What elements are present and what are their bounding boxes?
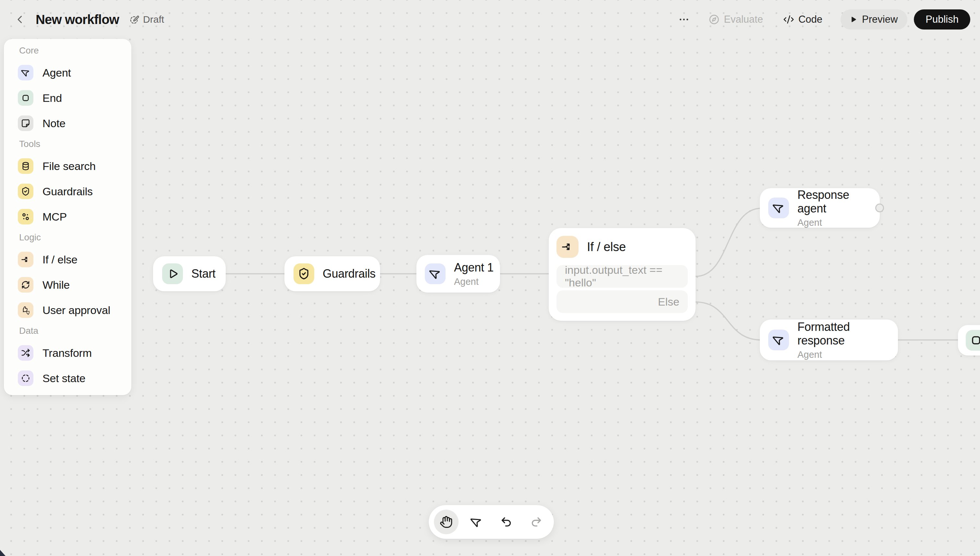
node-end-partial[interactable] [958, 325, 980, 356]
code-label: Code [798, 14, 822, 25]
node-subtitle: Agent [798, 217, 880, 228]
edge-if-response-agent [696, 208, 761, 276]
end-square-icon [18, 90, 33, 106]
publish-label: Publish [925, 14, 959, 25]
sidebar-item-note[interactable]: Note [18, 115, 131, 131]
more-options-button[interactable] [678, 14, 690, 25]
sidebar-item-label: MCP [42, 210, 67, 223]
sidebar-item-guardrails[interactable]: Guardrails [18, 184, 131, 199]
workflow-canvas[interactable]: New workflow Draft Evaluate Code Preview… [0, 0, 980, 556]
edit-draft-icon [129, 14, 140, 25]
sidebar-item-label: Guardrails [42, 185, 93, 198]
agent-cursor-icon [425, 263, 446, 284]
select-cursor-icon [468, 514, 484, 530]
note-icon [18, 115, 33, 131]
edge-else-formatted-response [696, 302, 761, 340]
play-icon [849, 15, 857, 24]
back-chevron-icon [14, 14, 26, 25]
ifelse-else-label: Else [658, 296, 680, 308]
node-title: Start [191, 267, 216, 281]
section-label-logic: Logic [19, 233, 131, 242]
sidebar-item-if-else[interactable]: If / else [18, 252, 131, 267]
sidebar-item-label: If / else [42, 253, 77, 266]
sidebar-item-set-state[interactable]: Set state [18, 370, 131, 386]
end-square-icon [966, 330, 980, 351]
ifelse-else-row[interactable]: Else [557, 290, 688, 313]
page-title: New workflow [36, 12, 119, 27]
agent-cursor-icon [768, 197, 789, 218]
shield-check-icon [18, 184, 33, 199]
section-label-data: Data [19, 326, 131, 335]
sidebar-item-label: Agent [42, 66, 71, 79]
sidebar-item-label: Transform [42, 347, 92, 359]
sidebar-item-label: Note [42, 117, 66, 130]
canvas-toolbar [429, 505, 554, 539]
back-button[interactable] [12, 12, 28, 27]
node-title: Response agent [798, 188, 880, 215]
node-subtitle: Agent [454, 276, 494, 287]
output-port[interactable] [875, 204, 884, 212]
sidebar-item-label: While [42, 279, 70, 291]
agent-cursor-icon [18, 65, 33, 81]
undo-button[interactable] [494, 510, 518, 534]
thumbs-approval-icon [18, 302, 33, 318]
split-arrows-icon [18, 252, 33, 267]
sidebar-item-label: Set state [42, 372, 85, 385]
node-start[interactable]: Start [153, 256, 226, 291]
sidebar-item-agent[interactable]: Agent [18, 65, 131, 81]
pan-tool-button[interactable] [434, 510, 459, 534]
evaluate-compass-icon [709, 14, 720, 25]
header: New workflow Draft Evaluate Code Preview… [0, 0, 980, 39]
section-label-core: Core [19, 46, 131, 55]
ifelse-condition-text: input.output_text == "hello" [565, 264, 680, 289]
node-subtitle: Agent [798, 349, 898, 360]
node-title: Formatted response [798, 320, 898, 348]
dashed-circle-icon [18, 370, 33, 386]
section-label-tools: Tools [19, 139, 131, 149]
status-badge: Draft [129, 14, 164, 25]
node-title: Agent 1 [454, 261, 494, 275]
undo-icon [500, 516, 513, 529]
shield-check-icon [294, 263, 314, 284]
node-agent-1[interactable]: Agent 1 Agent [417, 255, 500, 293]
redo-button[interactable] [524, 510, 549, 534]
start-play-icon [162, 263, 183, 284]
node-formatted-response[interactable]: Formatted response Agent [760, 320, 898, 360]
sidebar-item-label: User approval [42, 304, 110, 317]
select-tool-button[interactable] [464, 510, 489, 534]
pan-hand-icon [440, 516, 453, 529]
agent-cursor-icon [768, 330, 789, 350]
redo-icon [530, 516, 543, 529]
loop-icon [18, 277, 33, 293]
code-button[interactable]: Code [783, 14, 822, 25]
node-if-else[interactable]: If / else input.output_text == "hello" E… [549, 228, 696, 321]
sidebar-item-label: End [42, 92, 62, 105]
evaluate-button[interactable]: Evaluate [709, 14, 763, 25]
sidebar-item-end[interactable]: End [18, 90, 131, 106]
database-icon [18, 158, 33, 174]
node-guardrails[interactable]: Guardrails [284, 256, 380, 291]
node-title: If / else [587, 240, 626, 254]
sidebar-item-label: File search [42, 160, 96, 173]
shuffle-icon [18, 345, 33, 361]
ifelse-split-icon [557, 236, 578, 258]
ifelse-condition-row[interactable]: input.output_text == "hello" [557, 265, 688, 288]
sidebar-item-mcp[interactable]: MCP [18, 209, 131, 225]
sidebar-item-file-search[interactable]: File search [18, 158, 131, 174]
preview-button[interactable]: Preview [841, 10, 907, 29]
node-response-agent[interactable]: Response agent Agent [760, 188, 880, 228]
sidebar-item-transform[interactable]: Transform [18, 345, 131, 361]
screen-corner-artifact [0, 550, 5, 556]
preview-label: Preview [862, 14, 898, 25]
code-icon [783, 14, 794, 25]
more-ellipsis-icon [678, 14, 690, 25]
node-title: Guardrails [323, 267, 376, 281]
mcp-icon [18, 209, 33, 225]
evaluate-label: Evaluate [724, 14, 763, 25]
node-palette: Core Agent End Note Tools File search [4, 39, 131, 395]
sidebar-item-while[interactable]: While [18, 277, 131, 293]
sidebar-item-user-approval[interactable]: User approval [18, 302, 131, 318]
status-badge-label: Draft [143, 14, 164, 25]
publish-button[interactable]: Publish [914, 10, 970, 29]
